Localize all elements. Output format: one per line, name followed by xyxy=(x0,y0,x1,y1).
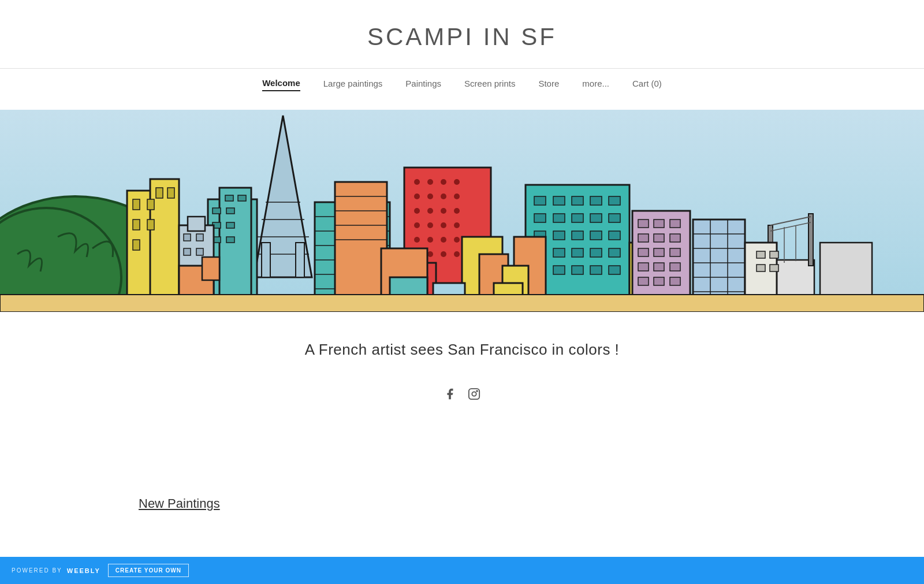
svg-rect-150 xyxy=(0,295,924,312)
svg-rect-95 xyxy=(609,231,620,240)
svg-point-71 xyxy=(454,237,460,243)
svg-rect-110 xyxy=(638,220,649,228)
hero-banner xyxy=(0,110,924,312)
svg-rect-92 xyxy=(553,231,565,240)
svg-rect-116 xyxy=(638,248,649,256)
svg-rect-123 xyxy=(654,277,664,285)
svg-rect-87 xyxy=(553,214,565,222)
svg-rect-31 xyxy=(184,234,191,241)
svg-rect-145 xyxy=(757,265,765,271)
svg-rect-82 xyxy=(553,196,565,205)
instagram-link[interactable] xyxy=(468,388,480,404)
svg-rect-112 xyxy=(670,220,680,228)
svg-rect-115 xyxy=(670,234,680,242)
svg-rect-20 xyxy=(219,188,251,300)
svg-rect-100 xyxy=(609,248,620,257)
main-nav: Welcome Large paintings Paintings Screen… xyxy=(0,68,924,98)
svg-point-59 xyxy=(454,194,460,199)
svg-rect-17 xyxy=(262,243,270,277)
nav-item-screen-prints[interactable]: Screen prints xyxy=(464,76,515,91)
svg-rect-90 xyxy=(609,214,620,222)
new-paintings-link[interactable]: New Paintings xyxy=(139,496,220,511)
svg-rect-34 xyxy=(196,248,203,255)
nav-item-paintings[interactable]: Paintings xyxy=(405,76,441,91)
nav-item-more[interactable]: more... xyxy=(582,76,609,91)
svg-rect-93 xyxy=(572,231,583,240)
svg-point-74 xyxy=(441,251,446,257)
svg-rect-117 xyxy=(654,248,664,256)
svg-point-55 xyxy=(454,179,460,185)
svg-rect-85 xyxy=(609,196,620,205)
svg-point-75 xyxy=(454,251,460,257)
weebly-brand-label: weebly xyxy=(67,567,100,574)
svg-point-56 xyxy=(414,194,420,199)
new-paintings-section: New Paintings xyxy=(0,485,924,523)
svg-rect-124 xyxy=(670,277,680,285)
svg-rect-27 xyxy=(225,195,233,201)
svg-rect-125 xyxy=(693,220,745,300)
svg-point-69 xyxy=(427,237,433,243)
svg-point-57 xyxy=(427,194,433,199)
social-section xyxy=(0,376,924,427)
skyline-illustration xyxy=(0,110,924,312)
svg-rect-36 xyxy=(202,257,219,280)
nav-item-large-paintings[interactable]: Large paintings xyxy=(323,76,383,91)
svg-rect-144 xyxy=(770,251,778,258)
svg-rect-97 xyxy=(553,248,565,257)
svg-point-58 xyxy=(441,194,446,199)
svg-point-60 xyxy=(414,208,420,214)
site-header: SCAMPI IN SF Welcome Large paintings Pai… xyxy=(0,0,924,110)
svg-rect-102 xyxy=(553,266,565,274)
site-title: SCAMPI IN SF xyxy=(0,23,924,51)
svg-rect-30 xyxy=(188,217,205,231)
svg-rect-99 xyxy=(590,248,602,257)
svg-rect-113 xyxy=(638,234,649,242)
spacer xyxy=(0,427,924,485)
svg-rect-21 xyxy=(213,208,221,214)
svg-point-53 xyxy=(427,179,433,185)
svg-point-153 xyxy=(476,390,478,392)
svg-rect-84 xyxy=(590,196,602,205)
tagline-section: A French artist sees San Francisco in co… xyxy=(0,312,924,376)
svg-rect-111 xyxy=(654,220,664,228)
nav-item-cart[interactable]: Cart (0) xyxy=(632,76,662,91)
svg-rect-105 xyxy=(609,266,620,274)
svg-point-68 xyxy=(414,237,420,243)
svg-rect-88 xyxy=(572,214,583,222)
svg-rect-33 xyxy=(184,248,191,255)
svg-point-52 xyxy=(414,179,420,185)
svg-rect-119 xyxy=(638,263,649,271)
svg-rect-143 xyxy=(757,251,765,258)
svg-rect-6 xyxy=(147,199,154,210)
svg-point-64 xyxy=(414,222,420,228)
svg-rect-98 xyxy=(572,248,583,257)
svg-rect-151 xyxy=(469,389,479,399)
svg-rect-120 xyxy=(654,263,664,271)
svg-rect-94 xyxy=(590,231,602,240)
weebly-powered-label: POWERED BY xyxy=(12,567,62,574)
svg-rect-136 xyxy=(808,214,813,266)
svg-rect-81 xyxy=(534,196,546,205)
svg-rect-46 xyxy=(335,182,387,300)
svg-point-63 xyxy=(454,208,460,214)
svg-rect-11 xyxy=(167,188,174,198)
svg-rect-10 xyxy=(156,188,163,198)
svg-point-54 xyxy=(441,179,446,185)
nav-item-welcome[interactable]: Welcome xyxy=(262,76,300,91)
svg-rect-104 xyxy=(590,266,602,274)
svg-rect-26 xyxy=(226,237,234,243)
svg-point-62 xyxy=(441,208,446,214)
svg-rect-118 xyxy=(670,248,680,256)
svg-rect-28 xyxy=(238,195,246,201)
svg-rect-146 xyxy=(770,265,778,271)
svg-rect-18 xyxy=(296,243,304,277)
svg-point-67 xyxy=(454,222,460,228)
svg-rect-7 xyxy=(133,220,140,230)
svg-rect-122 xyxy=(638,277,649,285)
svg-rect-83 xyxy=(572,196,583,205)
svg-rect-22 xyxy=(226,208,234,214)
nav-item-store[interactable]: Store xyxy=(538,76,559,91)
svg-rect-114 xyxy=(654,234,664,242)
weebly-create-button[interactable]: CREATE YOUR OWN xyxy=(108,564,189,577)
facebook-link[interactable] xyxy=(444,388,456,404)
